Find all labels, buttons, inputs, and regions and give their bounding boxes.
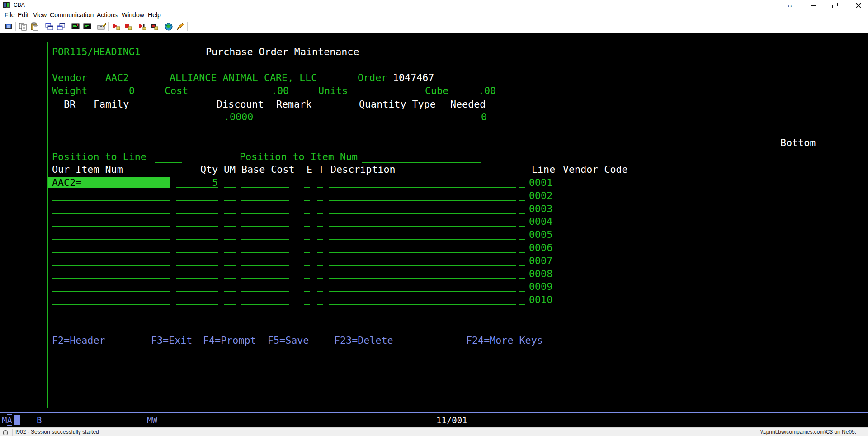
description-field[interactable] <box>329 213 516 214</box>
stop-macro-icon[interactable] <box>123 22 133 32</box>
t-field[interactable] <box>317 265 323 266</box>
flag-field[interactable] <box>519 252 525 253</box>
base-cost-field[interactable] <box>241 304 289 305</box>
um-field[interactable] <box>224 187 236 188</box>
um-field[interactable] <box>224 278 236 279</box>
resize-icon[interactable]: ↔ <box>781 0 798 10</box>
jump-session-icon[interactable] <box>82 22 92 32</box>
menu-file[interactable]: File <box>3 10 17 20</box>
t-field[interactable] <box>317 278 323 279</box>
um-field[interactable] <box>224 239 236 240</box>
qty-field[interactable] <box>176 278 218 279</box>
um-field[interactable] <box>224 252 236 253</box>
t-field[interactable] <box>317 226 323 227</box>
paste-icon[interactable] <box>30 22 40 32</box>
qty-field[interactable] <box>176 200 218 201</box>
e-field[interactable] <box>304 291 310 292</box>
receive-file-icon[interactable] <box>56 22 66 32</box>
fkey-f24-more-keys[interactable]: F24=More Keys <box>466 334 543 347</box>
t-field[interactable] <box>317 187 323 188</box>
t-field[interactable] <box>317 291 323 292</box>
t-field[interactable] <box>317 200 323 201</box>
description-field[interactable] <box>329 278 516 279</box>
quill-pen-icon[interactable] <box>175 22 185 32</box>
fkey-f4-prompt[interactable]: F4=Prompt <box>203 334 256 347</box>
minimize-button[interactable] <box>805 0 822 10</box>
base-cost-field[interactable] <box>241 278 289 279</box>
menu-view[interactable]: View <box>31 10 48 20</box>
base-cost-field[interactable] <box>241 265 289 266</box>
e-field[interactable] <box>304 239 310 240</box>
e-field[interactable] <box>304 187 310 188</box>
item-number-field[interactable] <box>52 304 170 305</box>
um-field[interactable] <box>224 291 236 292</box>
description-field[interactable] <box>329 239 516 240</box>
base-cost-field[interactable] <box>241 213 289 214</box>
item-number-field[interactable] <box>52 200 170 201</box>
flag-field[interactable] <box>519 265 525 266</box>
e-field[interactable] <box>304 304 310 305</box>
qty-field[interactable] <box>176 304 218 305</box>
flag-field[interactable] <box>519 200 525 201</box>
qty-field[interactable] <box>176 226 218 227</box>
flag-field[interactable] <box>519 213 525 214</box>
um-field[interactable] <box>224 265 236 266</box>
item-number-field[interactable] <box>52 252 170 253</box>
base-cost-field[interactable] <box>241 187 289 188</box>
item-number-field[interactable] <box>52 265 170 266</box>
t-field[interactable] <box>317 304 323 305</box>
e-field[interactable] <box>304 226 310 227</box>
item-number-field[interactable] <box>52 226 170 227</box>
description-field[interactable] <box>329 200 516 201</box>
um-field[interactable] <box>224 213 236 214</box>
e-field[interactable] <box>304 200 310 201</box>
base-cost-field[interactable] <box>241 252 289 253</box>
qty-field[interactable] <box>176 213 218 214</box>
base-cost-field[interactable] <box>241 226 289 227</box>
t-field[interactable] <box>317 239 323 240</box>
item-number-field[interactable] <box>52 291 170 292</box>
item-number-field[interactable] <box>52 239 170 240</box>
qty-value[interactable]: 5 <box>212 176 218 189</box>
flag-field[interactable] <box>519 187 525 188</box>
new-display-session-icon[interactable] <box>71 22 80 32</box>
base-cost-field[interactable] <box>241 291 289 292</box>
flag-field[interactable] <box>519 304 525 305</box>
qty-field[interactable] <box>176 265 218 266</box>
description-field[interactable] <box>329 226 516 227</box>
web-browser-icon[interactable] <box>164 22 174 32</box>
um-field[interactable] <box>224 200 236 201</box>
flag-field[interactable] <box>519 278 525 279</box>
position-to-line-field[interactable] <box>155 162 182 163</box>
description-field[interactable] <box>329 265 516 266</box>
e-field[interactable] <box>304 252 310 253</box>
t-field[interactable] <box>317 213 323 214</box>
flag-field[interactable] <box>519 291 525 292</box>
keyboard-remap-icon[interactable] <box>97 22 107 32</box>
qty-field[interactable] <box>176 291 218 292</box>
e-field[interactable] <box>304 278 310 279</box>
description-field[interactable] <box>329 187 516 188</box>
menu-edit[interactable]: Edit <box>16 10 30 20</box>
step-macro-icon[interactable] <box>137 22 147 32</box>
um-field[interactable] <box>224 226 236 227</box>
fkey-f23-delete[interactable]: F23=Delete <box>334 334 393 347</box>
um-field[interactable] <box>224 304 236 305</box>
qty-field[interactable] <box>176 252 218 253</box>
item-number-field[interactable] <box>52 278 170 279</box>
fkey-f5-save[interactable]: F5=Save <box>268 334 309 347</box>
fkey-f3-exit[interactable]: F3=Exit <box>151 334 192 347</box>
description-field[interactable] <box>329 304 516 305</box>
restore-button[interactable] <box>826 0 844 10</box>
description-field[interactable] <box>329 291 516 292</box>
connect-session-icon[interactable] <box>4 22 14 32</box>
menu-window[interactable]: Window <box>120 10 146 20</box>
copy-icon[interactable] <box>18 22 28 32</box>
qty-field[interactable] <box>176 239 218 240</box>
flag-field[interactable] <box>519 226 525 227</box>
description-field[interactable] <box>329 252 516 253</box>
menu-actions[interactable]: Actions <box>95 10 119 20</box>
menu-communication[interactable]: Communication <box>48 10 95 20</box>
send-file-icon[interactable] <box>44 22 54 32</box>
item-number-value[interactable]: AAC2= <box>52 176 81 189</box>
